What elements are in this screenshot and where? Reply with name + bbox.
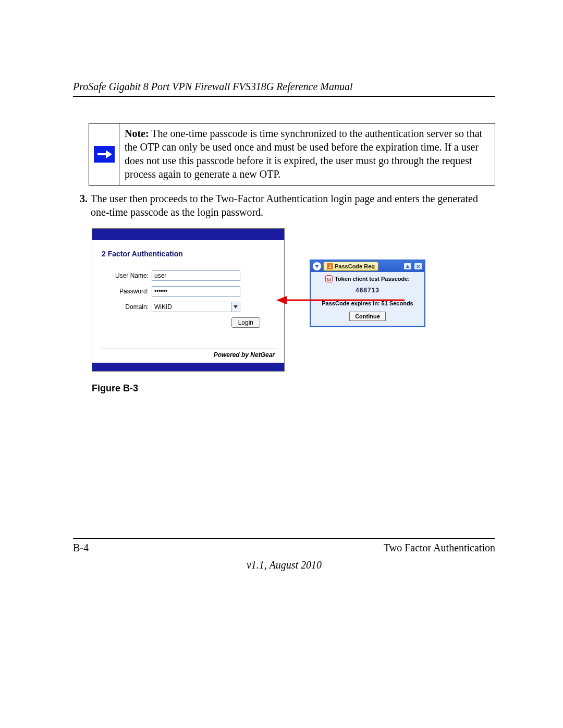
red-arrow-icon bbox=[275, 295, 406, 305]
continue-button[interactable]: Continue bbox=[349, 312, 386, 321]
login-top-bar bbox=[92, 229, 284, 240]
footer-rule bbox=[73, 538, 495, 539]
password-input[interactable] bbox=[152, 286, 240, 297]
dropdown-icon[interactable] bbox=[313, 262, 321, 270]
java-icon: J bbox=[327, 263, 333, 269]
svg-marker-6 bbox=[406, 265, 409, 268]
passcode-value: 468713 bbox=[315, 287, 420, 294]
close-icon[interactable]: ✕ bbox=[414, 263, 422, 270]
page-footer: B-4 Two Factor Authentication v1.1, Augu… bbox=[73, 538, 495, 571]
header-rule bbox=[73, 96, 495, 97]
step-number: 3. bbox=[73, 192, 91, 219]
username-input[interactable] bbox=[152, 270, 240, 281]
domain-label: Domain: bbox=[102, 303, 152, 311]
passcode-label-row: ω Token client test Passcode: bbox=[315, 275, 420, 282]
note-text: Note: The one-time passcode is time sync… bbox=[119, 124, 495, 185]
minimize-icon[interactable] bbox=[403, 263, 412, 270]
note-icon-cell bbox=[89, 124, 119, 185]
login-title: 2 Factor Authentication bbox=[102, 250, 278, 258]
note-body: The one-time passcode is time synchroniz… bbox=[125, 128, 482, 180]
figure-caption: Figure B-3 bbox=[92, 383, 495, 394]
token-icon: ω bbox=[325, 275, 333, 282]
login-button[interactable]: Login bbox=[231, 317, 260, 328]
svg-marker-4 bbox=[276, 296, 287, 304]
passcode-title-button[interactable]: J PassCode Req bbox=[323, 262, 378, 271]
step-3: 3. The user then proceeds to the Two-Fac… bbox=[73, 192, 495, 219]
svg-marker-5 bbox=[315, 265, 319, 268]
manual-title: ProSafe Gigabit 8 Port VPN Firewall FVS3… bbox=[73, 81, 495, 93]
step-text: The user then proceeds to the Two-Factor… bbox=[91, 192, 495, 219]
passcode-label: Token client test Passcode: bbox=[335, 276, 410, 282]
doc-version: v1.1, August 2010 bbox=[73, 559, 495, 571]
login-panel: 2 Factor Authentication User Name: Passw… bbox=[92, 228, 285, 372]
login-bottom-bar bbox=[92, 363, 284, 371]
note-arrow-icon bbox=[94, 146, 115, 163]
page-number: B-4 bbox=[73, 542, 89, 554]
chevron-down-icon[interactable] bbox=[231, 302, 240, 312]
figure-b3: 2 Factor Authentication User Name: Passw… bbox=[92, 228, 438, 372]
powered-by: Powered by NetGear bbox=[102, 349, 278, 361]
passcode-window: J PassCode Req ✕ ω Token client test Pas… bbox=[310, 260, 425, 327]
password-label: Password: bbox=[102, 288, 152, 295]
note-box: Note: The one-time passcode is time sync… bbox=[89, 123, 495, 186]
note-label: Note: bbox=[125, 128, 149, 139]
domain-select[interactable] bbox=[152, 302, 240, 312]
passcode-title-text: PassCode Req bbox=[335, 263, 375, 269]
svg-marker-2 bbox=[234, 305, 238, 309]
svg-marker-1 bbox=[106, 150, 112, 158]
passcode-titlebar: J PassCode Req ✕ bbox=[311, 261, 424, 272]
username-label: User Name: bbox=[102, 272, 152, 279]
section-title: Two Factor Authentication bbox=[384, 542, 495, 554]
